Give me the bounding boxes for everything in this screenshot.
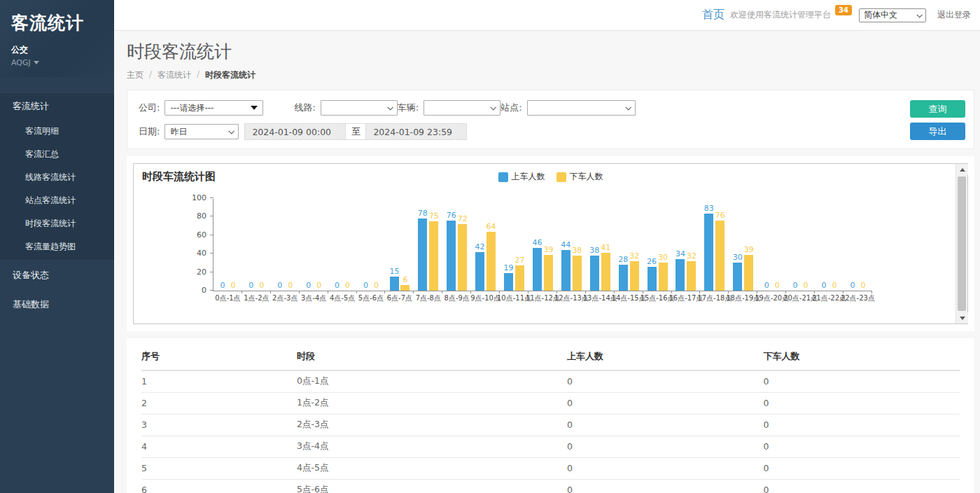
bar[interactable]	[590, 256, 599, 291]
sidebar-item-period-stats[interactable]: 时段客流统计	[0, 212, 114, 235]
bar-column: 76	[715, 211, 725, 291]
legend-label-boarding: 上车人数	[512, 171, 545, 183]
company-select[interactable]: ---请选择---	[164, 100, 263, 116]
export-button[interactable]: 导出	[910, 123, 965, 140]
bar[interactable]	[561, 250, 570, 291]
bar[interactable]	[458, 224, 467, 291]
scroll-up-icon[interactable]	[956, 164, 968, 175]
bar-group: 0019点-20点	[757, 199, 786, 291]
bar-group: 000点-1点	[214, 199, 242, 291]
bar[interactable]	[601, 253, 610, 291]
y-axis-tick	[210, 197, 214, 198]
bar-column: 27	[515, 256, 525, 291]
x-axis-label: 0点-1点	[215, 293, 240, 303]
table-row: 54点-5点00	[141, 458, 960, 480]
table-row: 43点-4点00	[141, 436, 960, 458]
table-cell: 5	[141, 458, 297, 480]
bar-group: 303918点-19点	[729, 199, 757, 291]
org-name: 公交	[11, 44, 104, 56]
bar[interactable]	[659, 263, 668, 291]
query-button[interactable]: 查询	[910, 100, 965, 118]
y-axis-tick	[210, 253, 214, 254]
bar[interactable]	[400, 285, 410, 291]
breadcrumb-home[interactable]: 主页	[127, 69, 144, 81]
bar-column: 30	[658, 254, 668, 291]
sidebar-item-passenger-stats[interactable]: 客流统计	[0, 93, 114, 120]
station-select[interactable]	[527, 100, 636, 116]
bar[interactable]	[390, 277, 399, 291]
column-header-period: 时段	[297, 341, 567, 370]
bar[interactable]	[447, 221, 456, 291]
home-link[interactable]: 首页	[702, 8, 724, 22]
date-from-input[interactable]: 2024-01-09 00:00	[244, 123, 346, 140]
bar-value-label: 0	[248, 282, 253, 290]
sidebar-item-trend-chart[interactable]: 客流量趋势图	[0, 235, 114, 258]
bar-value-label: 78	[418, 209, 428, 218]
bar[interactable]	[418, 218, 427, 291]
bar-column: 34	[676, 250, 685, 291]
chevron-down-icon	[387, 104, 393, 110]
line-select[interactable]	[321, 100, 398, 116]
bar-group: 004点-5点	[328, 199, 357, 291]
legend-item-boarding[interactable]: 上车人数	[498, 171, 545, 183]
bar[interactable]	[715, 221, 724, 291]
bar-value-label: 0	[220, 282, 225, 290]
bar[interactable]	[504, 273, 513, 291]
language-select[interactable]: 简体中文	[859, 8, 926, 22]
bar-value-label: 0	[832, 282, 836, 290]
bar[interactable]	[429, 221, 438, 291]
bar[interactable]	[648, 267, 657, 291]
legend-item-alighting[interactable]: 下车人数	[556, 171, 603, 183]
bar-column: 32	[687, 252, 696, 291]
bar-column: 39	[744, 246, 754, 291]
breadcrumb-current: 时段客流统计	[205, 69, 255, 81]
vehicle-select[interactable]	[424, 100, 500, 116]
bar[interactable]	[486, 232, 496, 291]
bar-column: 19	[504, 264, 514, 291]
bar[interactable]	[676, 259, 685, 291]
bar-group: 003点-4点	[300, 199, 328, 291]
org-code-dropdown[interactable]: AQGJ	[11, 58, 104, 67]
x-axis-tick	[872, 291, 872, 293]
date-to-input[interactable]: 2024-01-09 23:59	[365, 123, 467, 140]
bar-column: 6	[400, 276, 410, 291]
bar[interactable]	[619, 265, 628, 291]
date-preset-select[interactable]: 昨日	[164, 124, 239, 139]
breadcrumb: 主页 / 客流统计 / 时段客流统计	[127, 69, 980, 81]
bar[interactable]	[533, 248, 542, 291]
chevron-down-icon	[916, 12, 922, 18]
sidebar-item-station-stats[interactable]: 站点客流统计	[0, 189, 114, 212]
x-axis-label: 6点-7点	[387, 293, 412, 303]
sidebar-item-base-data[interactable]: 基础数据	[0, 291, 114, 318]
bar-group: 76728点-9点	[442, 199, 471, 291]
sidebar-section-passenger-stats: 客流统计 客流明细 客流汇总 线路客流统计 站点客流统计 时段客流统计 客流量趋…	[0, 92, 114, 259]
breadcrumb-section[interactable]: 客流统计	[158, 69, 191, 81]
chart-vertical-scrollbar[interactable]	[955, 164, 967, 324]
scroll-down-icon[interactable]	[956, 312, 968, 324]
bar-column: 0	[848, 282, 857, 291]
bar[interactable]	[475, 252, 484, 291]
sidebar-item-flow-summary[interactable]: 客流汇总	[0, 143, 114, 166]
logout-link[interactable]: 退出登录	[937, 9, 971, 21]
scrollbar-thumb[interactable]	[958, 176, 966, 311]
bar-column: 42	[475, 243, 485, 291]
bar[interactable]	[704, 214, 713, 291]
column-header-index: 序号	[141, 341, 297, 370]
sidebar-item-device-status[interactable]: 设备状态	[0, 262, 114, 289]
bar-group: 463911点-12点	[528, 199, 557, 291]
bar[interactable]	[630, 261, 639, 291]
date-range-to-label: 至	[346, 123, 365, 140]
sidebar-item-line-stats[interactable]: 线路客流统计	[0, 166, 114, 189]
bar-value-label: 39	[543, 246, 553, 254]
bar[interactable]	[744, 255, 753, 291]
bar[interactable]	[733, 263, 742, 291]
brand-title: 客流统计	[11, 11, 104, 34]
period-stats-table: 序号 时段 上车人数 下车人数 10点-1点0021点-2点0032点-3点00…	[141, 341, 960, 493]
table-cell: 4点-5点	[297, 458, 567, 480]
x-axis-label: 4点-5点	[330, 293, 355, 303]
bar[interactable]	[687, 261, 696, 291]
bar[interactable]	[544, 255, 553, 291]
sidebar-item-flow-detail[interactable]: 客流明细	[0, 120, 114, 143]
bar[interactable]	[573, 256, 582, 291]
bar[interactable]	[515, 265, 524, 291]
